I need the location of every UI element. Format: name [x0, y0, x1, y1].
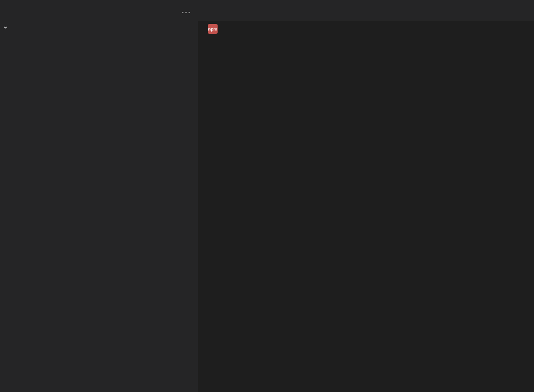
explorer-sidebar: … ⌄ [0, 0, 198, 392]
more-icon[interactable]: … [181, 4, 191, 16]
line-gutter [198, 38, 227, 392]
editor-tabs [198, 0, 534, 21]
editor-area: npm [198, 0, 534, 392]
code-content[interactable] [227, 38, 534, 392]
code-area[interactable] [198, 37, 534, 392]
file-tree [0, 32, 198, 392]
breadcrumb[interactable]: npm [198, 21, 534, 37]
project-root[interactable]: ⌄ [0, 19, 198, 32]
chevron-down-icon: ⌄ [2, 22, 9, 30]
npm-icon: npm [208, 24, 218, 34]
sidebar-header: … [0, 0, 198, 19]
